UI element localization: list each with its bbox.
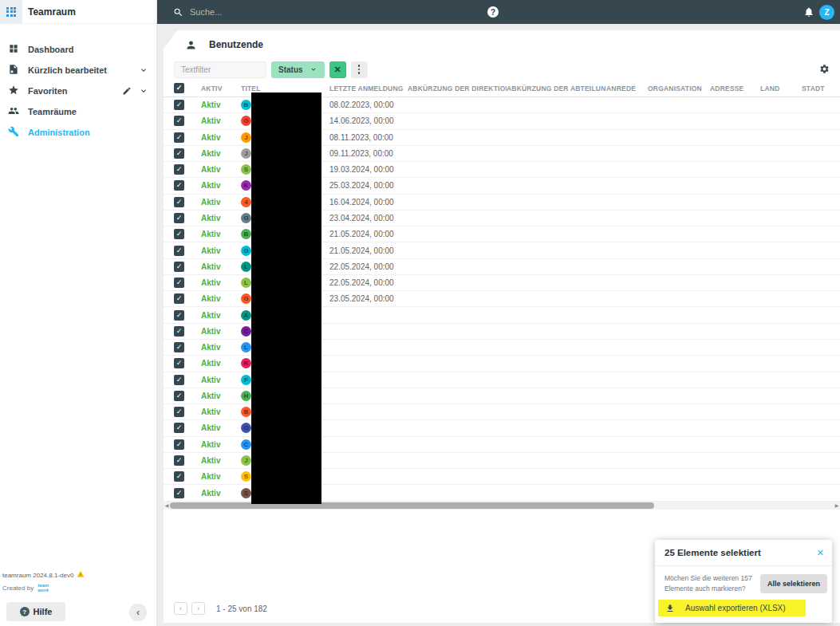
table-body: ✓ Aktiv B 08.02.2023, 00:00 ✓ Aktiv G 14…: [164, 97, 840, 502]
status-badge: Aktiv: [201, 343, 220, 352]
avatar: S: [241, 488, 251, 498]
row-checkbox[interactable]: ✓: [174, 310, 184, 321]
notifications-button[interactable]: [803, 6, 814, 21]
sidebar-item-dashboard[interactable]: Dashboard: [0, 39, 156, 60]
global-search[interactable]: Suche...: [173, 0, 222, 24]
warning-icon: [77, 570, 85, 580]
column-header-land[interactable]: LAND: [760, 85, 802, 93]
column-header-stadt[interactable]: STADT: [802, 85, 840, 93]
page-header: Benutzende: [164, 30, 840, 59]
status-badge: Aktiv: [201, 311, 220, 320]
row-checkbox[interactable]: ✓: [174, 213, 184, 223]
row-checkbox[interactable]: ✓: [174, 164, 184, 175]
status-badge: Aktiv: [201, 278, 220, 287]
grid-icon: [6, 7, 16, 17]
select-all-checkbox[interactable]: ✓: [174, 83, 184, 93]
chevron-down-icon: [310, 65, 317, 73]
column-header-adresse[interactable]: ADRESSE: [710, 85, 760, 93]
row-checkbox[interactable]: ✓: [174, 229, 184, 239]
sidebar-item-label: Teamräume: [28, 107, 77, 116]
sidebar: Teamraum Dashboard Kürzlich bearbeitet F…: [0, 0, 157, 626]
column-header-organisation[interactable]: ORGANISATION: [648, 85, 710, 93]
scroll-left-arrow[interactable]: ◀: [164, 502, 170, 510]
status-badge: Aktiv: [201, 423, 220, 432]
row-checkbox[interactable]: ✓: [174, 148, 184, 159]
row-checkbox[interactable]: ✓: [174, 471, 184, 482]
pencil-edit-icon[interactable]: [122, 86, 132, 96]
selection-popup: 25 Elemente selektiert ✕ Möchen Sie die …: [655, 540, 832, 623]
sidebar-item-administration[interactable]: Administration: [0, 122, 156, 143]
avatar: B: [241, 407, 251, 417]
row-checkbox[interactable]: ✓: [174, 391, 184, 401]
export-xlsx-button[interactable]: Auswahl exportieren (XLSX): [658, 600, 806, 616]
content-card: Benutzende Status ✕ ✓ AKTIV TITEL LETZTE…: [164, 30, 840, 623]
close-icon[interactable]: ✕: [817, 548, 824, 558]
help-icon[interactable]: ?: [487, 6, 499, 18]
user-avatar[interactable]: Z: [819, 5, 834, 20]
text-filter-input[interactable]: [174, 61, 266, 78]
column-header-letzte-anmeldung[interactable]: LETZTE ANMELDUNG ↑: [329, 85, 408, 93]
row-checkbox[interactable]: ✓: [174, 455, 184, 466]
row-checkbox[interactable]: ✓: [174, 246, 184, 256]
row-checkbox[interactable]: ✓: [174, 132, 184, 143]
created-by: Created by teamwork: [0, 580, 156, 593]
status-badge: Aktiv: [201, 359, 220, 368]
prev-page-button[interactable]: ‹: [174, 602, 187, 615]
row-checkbox[interactable]: ✓: [174, 293, 184, 304]
column-header-aktiv[interactable]: AKTIV: [201, 85, 241, 93]
select-all-button[interactable]: Alle selektieren: [760, 574, 827, 593]
row-checkbox[interactable]: ✓: [174, 439, 184, 450]
row-checkbox[interactable]: ✓: [174, 407, 184, 417]
help-button[interactable]: ? Hilfe: [6, 602, 65, 621]
column-header-titel[interactable]: TITEL: [241, 85, 329, 93]
status-badge: Aktiv: [201, 198, 220, 207]
next-page-button[interactable]: ›: [191, 602, 205, 615]
status-badge: Aktiv: [201, 133, 220, 142]
row-checkbox[interactable]: ✓: [174, 326, 184, 337]
row-checkbox[interactable]: ✓: [174, 262, 184, 272]
scrollbar-thumb[interactable]: [170, 502, 654, 509]
redacted-titel-block: [251, 93, 321, 504]
status-badge: Aktiv: [201, 246, 220, 255]
avatar: H: [241, 391, 251, 401]
row-checkbox[interactable]: ✓: [174, 488, 184, 498]
chevron-down-icon[interactable]: [139, 65, 148, 75]
last-login-cell: 08.02.2023, 00:00: [329, 100, 408, 109]
sidebar-header: Teamraum: [0, 0, 156, 24]
last-login-cell: 22.05.2024, 00:00: [329, 278, 408, 287]
table-settings-button[interactable]: [819, 63, 830, 77]
row-checkbox[interactable]: ✓: [174, 342, 184, 352]
column-header-anrede[interactable]: ANREDE: [606, 85, 648, 93]
row-checkbox[interactable]: ✓: [174, 278, 184, 288]
row-checkbox[interactable]: ✓: [174, 100, 184, 110]
avatar: 4: [241, 197, 251, 207]
app-launcher-button[interactable]: [0, 0, 22, 24]
sidebar-item-teamrooms[interactable]: Teamräume: [0, 101, 156, 122]
sidebar-item-favorites[interactable]: Favoriten: [0, 81, 156, 101]
app-root: Teamraum Dashboard Kürzlich bearbeitet F…: [0, 0, 840, 626]
clear-filter-button[interactable]: ✕: [329, 61, 346, 78]
column-header-abkuerzung-direktion[interactable]: ABKÜRZUNG DER DIREKTION: [408, 85, 507, 93]
avatar: L: [241, 342, 251, 352]
more-options-button[interactable]: [351, 61, 368, 78]
row-checkbox[interactable]: ✓: [174, 180, 184, 191]
sidebar-item-recent[interactable]: Kürzlich bearbeitet: [0, 60, 156, 81]
avatar: R: [241, 358, 251, 368]
status-badge: Aktiv: [201, 489, 220, 498]
topbar: Suche... ? Z: [157, 0, 840, 24]
scroll-right-arrow[interactable]: ▶: [834, 502, 840, 510]
status-filter-dropdown[interactable]: Status: [271, 61, 325, 78]
status-badge: Aktiv: [201, 149, 220, 158]
column-header-abkuerzung-abteilung[interactable]: ABKÜRZUNG DER ABTEILUNG: [507, 85, 606, 93]
chevron-down-icon[interactable]: [139, 86, 148, 96]
row-checkbox[interactable]: ✓: [174, 358, 184, 368]
row-checkbox[interactable]: ✓: [174, 375, 184, 385]
app-title: Teamraum: [28, 6, 76, 18]
status-badge: Aktiv: [201, 230, 220, 238]
avatar: A: [241, 310, 251, 321]
sidebar-footer: teamraum 2024.8.1-dev0 Created by teamwo…: [0, 570, 156, 626]
row-checkbox[interactable]: ✓: [174, 197, 184, 207]
collapse-sidebar-button[interactable]: ‹: [129, 604, 147, 621]
row-checkbox[interactable]: ✓: [174, 423, 184, 433]
row-checkbox[interactable]: ✓: [174, 116, 184, 126]
